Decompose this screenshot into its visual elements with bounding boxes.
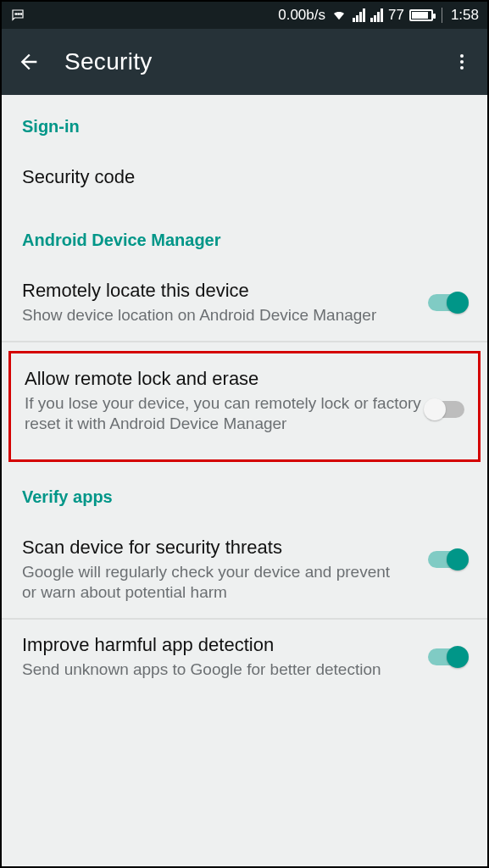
signal-icon-2	[370, 8, 383, 22]
scan-threats-subtitle: Google will regularly check your device …	[22, 562, 403, 603]
remote-lock-erase-subtitle: If you lose your device, you can remotel…	[25, 393, 425, 434]
svg-point-2	[460, 66, 464, 70]
clock: 1:58	[451, 7, 479, 24]
signal-icon-1	[353, 8, 365, 22]
row-remote-lock-erase[interactable]: Allow remote lock and erase If you lose …	[8, 351, 481, 462]
back-button[interactable]	[17, 50, 41, 74]
row-scan-threats[interactable]: Scan device for security threats Google …	[2, 522, 487, 620]
battery-icon	[409, 9, 433, 21]
more-vert-icon	[452, 52, 472, 72]
section-header-adm: Android Device Manager	[2, 205, 487, 265]
battery-percent: 77	[388, 7, 404, 24]
remotely-locate-title: Remotely locate this device	[22, 279, 403, 303]
improve-detection-title: Improve harmful app detection	[22, 633, 403, 657]
device-frame: 0.00b/s 77 1:58 Security Sign-in Securit…	[0, 0, 489, 868]
wifi-icon	[331, 8, 347, 22]
row-improve-detection[interactable]: Improve harmful app detection Send unkno…	[2, 620, 487, 696]
page-title: Security	[64, 48, 153, 75]
section-header-signin: Sign-in	[2, 95, 487, 152]
svg-point-0	[460, 54, 464, 58]
message-icon	[10, 8, 25, 23]
status-bar: 0.00b/s 77 1:58	[2, 2, 487, 29]
remote-lock-erase-title: Allow remote lock and erase	[25, 367, 425, 391]
network-speed: 0.00b/s	[278, 7, 325, 24]
improve-detection-subtitle: Send unknown apps to Google for better d…	[22, 659, 403, 680]
remotely-locate-toggle[interactable]	[428, 294, 467, 311]
section-header-verify: Verify apps	[2, 462, 487, 522]
settings-content: Sign-in Security code Android Device Man…	[2, 95, 487, 696]
remote-lock-erase-toggle[interactable]	[425, 401, 464, 418]
status-separator	[442, 8, 442, 23]
scan-threats-toggle[interactable]	[428, 551, 467, 568]
overflow-menu-button[interactable]	[452, 52, 472, 72]
row-remotely-locate[interactable]: Remotely locate this device Show device …	[2, 265, 487, 342]
remotely-locate-subtitle: Show device location on Android Device M…	[22, 305, 403, 326]
svg-point-1	[460, 60, 464, 64]
arrow-back-icon	[17, 50, 41, 74]
app-bar: Security	[2, 29, 487, 95]
security-code-label: Security code	[22, 165, 457, 189]
improve-detection-toggle[interactable]	[428, 648, 467, 665]
row-security-code[interactable]: Security code	[2, 152, 487, 205]
scan-threats-title: Scan device for security threats	[22, 536, 403, 559]
